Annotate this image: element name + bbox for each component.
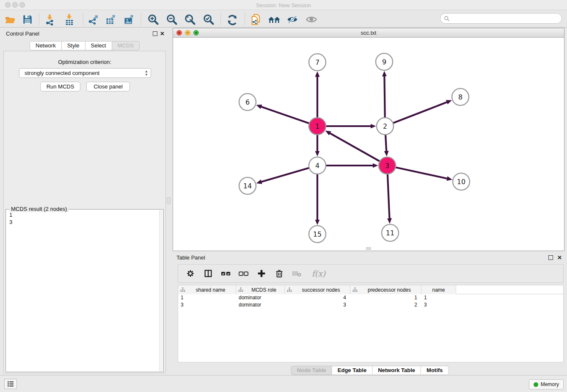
- table-cell: 3: [421, 301, 456, 309]
- float-panel-icon[interactable]: [153, 31, 157, 36]
- node-label: 4: [315, 162, 319, 170]
- column-type-icon: [352, 287, 358, 292]
- edge-4-14[interactable]: [261, 168, 309, 182]
- table-panel: Table Panel ✕: [173, 253, 567, 375]
- show-all-button[interactable]: [304, 13, 319, 26]
- task-history-button[interactable]: [4, 379, 17, 389]
- table-row[interactable]: 3dominator323: [178, 301, 563, 309]
- memory-label: Memory: [541, 381, 559, 387]
- zoom-out-button[interactable]: [165, 13, 179, 26]
- edge-2-8[interactable]: [393, 102, 447, 123]
- deselect-all-columns-button[interactable]: [238, 268, 249, 279]
- edge-2-3[interactable]: [385, 135, 386, 151]
- export-table-icon: [105, 14, 117, 25]
- first-neighbors-button[interactable]: [267, 13, 281, 26]
- window-title: Session: New Session: [0, 2, 567, 8]
- tab-mcds[interactable]: MCDS: [112, 41, 140, 50]
- tab-motifs[interactable]: Motifs: [421, 366, 449, 375]
- column-header-name[interactable]: name: [421, 285, 456, 294]
- edge-3-11[interactable]: [388, 174, 390, 218]
- column-header-predecessor-nodes[interactable]: predecessor nodes: [350, 285, 421, 294]
- node-label: 11: [386, 229, 394, 237]
- table-cell: 4: [285, 294, 350, 301]
- table-cell: dominator: [236, 301, 285, 309]
- select-all-columns-button[interactable]: [220, 268, 231, 279]
- settings-gear-button[interactable]: [185, 268, 196, 279]
- node-table: shared name MCDS role successor nodes pr…: [178, 285, 564, 362]
- tab-select[interactable]: Select: [85, 41, 112, 50]
- close-panel-icon[interactable]: ✕: [160, 30, 165, 37]
- trash-icon: [275, 269, 284, 278]
- table-panel-tabs: Node Table Edge Table Network Table Moti…: [291, 366, 449, 375]
- mcds-result-box: MCDS result (2 nodes) 1 3: [6, 209, 164, 372]
- hide-selected-button[interactable]: [285, 13, 300, 26]
- tab-node-table[interactable]: Node Table: [291, 366, 332, 375]
- memory-button[interactable]: Memory: [529, 379, 564, 389]
- import-table-button[interactable]: [62, 13, 77, 26]
- node-label: 3: [385, 162, 389, 170]
- toolbar-separator: [39, 14, 39, 25]
- titlebar: Session: New Session: [0, 0, 567, 10]
- column-type-icon: [287, 287, 292, 292]
- column-type-icon: [180, 287, 185, 292]
- table-row[interactable]: 1dominator411: [178, 294, 563, 301]
- refresh-view-button[interactable]: [225, 13, 239, 26]
- clone-network-button[interactable]: [249, 13, 263, 26]
- save-session-button[interactable]: [20, 13, 35, 26]
- edge-1-6[interactable]: [261, 107, 309, 123]
- clone-network-icon: [250, 14, 262, 25]
- search-input[interactable]: [450, 16, 561, 22]
- dropdown-stepper-icon: ▲▼: [145, 70, 148, 77]
- control-panel-tabs: Network Style Select MCDS: [30, 41, 140, 50]
- add-column-button[interactable]: [256, 268, 267, 279]
- tab-network[interactable]: Network: [30, 41, 62, 50]
- import-network-button[interactable]: [43, 13, 57, 26]
- node-label: 7: [315, 58, 319, 66]
- table-cell: 1: [421, 294, 456, 301]
- column-type-icon: [238, 287, 243, 292]
- export-table-button[interactable]: [104, 13, 118, 26]
- delete-table-button[interactable]: [292, 268, 303, 279]
- node-label: 15: [313, 230, 322, 238]
- tab-network-table[interactable]: Network Table: [372, 366, 421, 375]
- tab-style[interactable]: Style: [62, 41, 85, 50]
- run-mcds-button[interactable]: Run MCDS: [40, 82, 80, 91]
- tab-edge-table[interactable]: Edge Table: [332, 366, 372, 375]
- gear-icon: [186, 269, 195, 278]
- close-panel-button[interactable]: Close panel: [86, 82, 130, 91]
- edge-3-10[interactable]: [396, 167, 447, 179]
- open-session-button[interactable]: [3, 13, 17, 26]
- mcds-result-text[interactable]: 1 3: [9, 211, 158, 370]
- show-columns-button[interactable]: [203, 268, 214, 279]
- column-header-successor-nodes[interactable]: successor nodes: [285, 285, 350, 294]
- edge-3-1[interactable]: [330, 133, 380, 161]
- column-header-shared-name[interactable]: shared name: [178, 285, 236, 294]
- node-label: 2: [383, 122, 387, 130]
- zoom-selected-button[interactable]: [201, 13, 216, 26]
- panel-divider-grip[interactable]: [167, 197, 171, 204]
- import-table-icon: [63, 14, 75, 25]
- table-header-row: shared name MCDS role successor nodes pr…: [178, 285, 563, 294]
- save-floppy-icon: [22, 14, 33, 25]
- table-rows: 1dominator4113dominator323: [178, 294, 563, 309]
- table-cell: dominator: [236, 294, 285, 301]
- network-graph: 7968124314101511: [173, 38, 564, 251]
- column-header-mcds-role[interactable]: MCDS role: [236, 285, 285, 294]
- eye-icon: [305, 14, 318, 25]
- network-window-titlebar[interactable]: scc.txt: [173, 28, 564, 38]
- float-panel-icon[interactable]: [548, 255, 553, 260]
- delete-column-button[interactable]: [274, 268, 285, 279]
- zoom-fit-button[interactable]: [183, 13, 197, 26]
- criterion-dropdown[interactable]: strongly connected component ▲▼: [19, 68, 151, 78]
- function-builder-button[interactable]: f(x): [309, 268, 328, 279]
- birdseye-grip[interactable]: [366, 247, 371, 250]
- export-image-button[interactable]: [122, 13, 136, 26]
- zoom-selected-icon: [203, 14, 215, 25]
- export-network-button[interactable]: [86, 13, 100, 26]
- zoom-in-button[interactable]: [146, 13, 160, 26]
- toolbar-separator: [245, 14, 245, 25]
- network-canvas[interactable]: 7968124314101511: [173, 38, 564, 251]
- close-panel-icon[interactable]: ✕: [557, 254, 562, 261]
- result-scrollbar[interactable]: [159, 210, 163, 371]
- edge-2-9[interactable]: [384, 76, 385, 118]
